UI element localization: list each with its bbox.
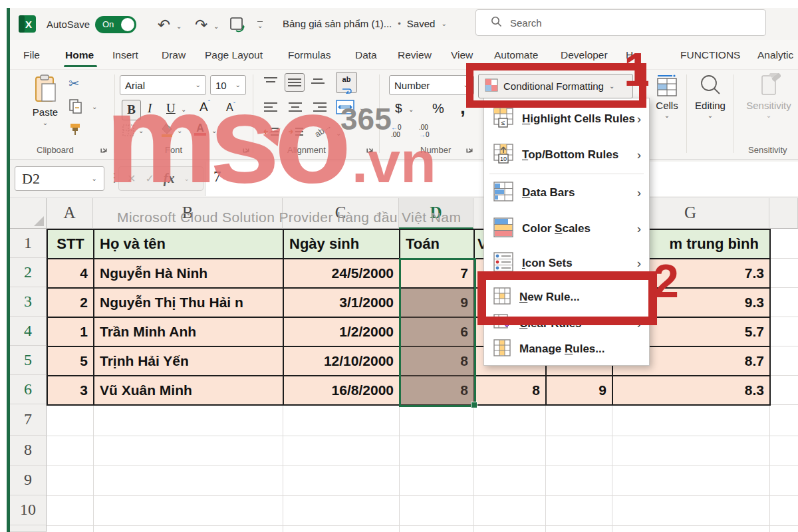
cell-b5[interactable]: Trịnh Hải Yến [94,347,284,376]
font-dialog-launcher-icon[interactable] [242,145,251,154]
row-header-3[interactable]: 3 [10,287,47,317]
cell-f6[interactable]: 9 [547,376,613,406]
search-box[interactable]: Search [475,9,766,36]
orientation-chevron-icon[interactable]: ⌄ [336,130,341,137]
cells-button[interactable]: Cells ⌄ [648,73,686,119]
italic-button[interactable]: I [148,101,152,116]
tab-automate[interactable]: Automate [494,49,538,61]
decrease-font-icon[interactable]: Aˇ [226,102,235,114]
number-dialog-launcher-icon[interactable] [466,145,474,154]
tab-home[interactable]: Home [65,49,94,61]
decrease-decimal-icon[interactable]: .00 →0 [419,124,430,138]
column-header-a[interactable]: A [47,198,93,229]
undo-chevron-icon[interactable]: ⌄ [176,23,182,30]
fx-icon[interactable]: fx [164,171,175,186]
tab-view[interactable]: View [451,49,473,61]
underline-button[interactable]: U [166,101,176,116]
cell-a3[interactable]: 2 [48,289,94,318]
row-header-5[interactable]: 5 [10,346,47,375]
name-box[interactable]: D2 ⌄ [15,166,104,191]
tab-file[interactable]: File [23,49,40,61]
font-name-select[interactable]: Arial⌄ [120,75,206,95]
accounting-chevron-icon[interactable]: ⌄ [408,106,414,113]
cell-c4[interactable]: 1/2/2000 [284,318,400,347]
copy-icon[interactable] [68,98,83,117]
row-header-6[interactable]: 6 [10,375,47,404]
row-header-9[interactable]: 9 [10,466,47,495]
menu-item-top-bottom-rules[interactable]: 10 Top/Bottom Rules › [484,137,649,173]
cell-a2[interactable]: 4 [48,259,94,289]
merge-chevron-icon[interactable]: ⌄ [359,105,364,112]
cell-b2[interactable]: Nguyễn Hà Ninh [94,259,284,289]
tab-functions[interactable]: FUNCTIONS [680,49,740,61]
increase-font-icon[interactable]: Aˆ [200,100,210,114]
cell-g6[interactable]: 8.3 [613,376,771,406]
borders-chevron-icon[interactable]: ⌄ [138,128,144,134]
bottom-align-icon[interactable] [310,76,326,90]
align-left-icon[interactable] [263,101,279,116]
tab-analytics[interactable]: Analytic [757,49,793,61]
cell-a5[interactable]: 5 [48,347,94,376]
header-cell-toan[interactable]: Toán [400,230,475,259]
tab-formulas[interactable]: Formulas [288,49,331,61]
column-header-b[interactable]: B [93,198,283,229]
column-header-h[interactable] [769,198,798,229]
undo-icon[interactable]: ↶ [158,16,170,34]
borders-icon[interactable] [122,124,135,140]
save-icon[interactable] [229,17,245,35]
align-center-icon[interactable] [287,101,303,116]
bold-button[interactable]: B [122,100,141,120]
cell-b3[interactable]: Nguyễn Thị Thu Hải n [94,289,284,318]
tab-page-layout[interactable]: Page Layout [205,49,263,61]
cut-icon[interactable]: ✂ [68,76,79,91]
clipboard-dialog-launcher-icon[interactable] [100,145,108,154]
header-cell-dob[interactable]: Ngày sinh [284,230,400,259]
cancel-icon[interactable]: ✕ [127,172,136,185]
align-right-icon[interactable] [312,101,328,116]
cell-a6[interactable]: 3 [48,376,94,406]
header-cell-name[interactable]: Họ và tên [94,230,284,259]
redo-chevron-icon[interactable]: ⌄ [213,23,219,30]
row-header-8[interactable]: 8 [10,436,47,466]
font-color-chevron-icon[interactable]: ⌄ [211,128,217,134]
menu-item-data-bars[interactable]: Data Bars › [484,175,649,211]
cell-b4[interactable]: Trần Minh Anh [94,318,284,347]
tab-insert[interactable]: Insert [112,49,138,61]
fill-color-chevron-icon[interactable]: ⌄ [177,128,182,134]
top-align-icon[interactable] [263,76,279,90]
enter-icon[interactable]: ✓ [145,172,154,185]
percent-style-icon[interactable]: % [432,101,444,116]
editing-button[interactable]: Editing ⌄ [690,73,730,119]
row-header-7[interactable]: 7 [10,404,47,436]
cell-b6[interactable]: Vũ Xuân Minh [94,376,284,406]
fill-color-icon[interactable] [160,122,174,140]
cell-c3[interactable]: 3/1/2000 [284,289,400,318]
title-chevron-icon[interactable]: ⌄ [441,21,446,27]
excel-app-icon[interactable]: X [19,15,36,35]
cell-a4[interactable]: 1 [48,318,94,347]
row-header-2[interactable]: 2 [10,258,47,287]
autosave-toggle[interactable]: On [95,16,136,33]
redo-icon[interactable]: ↷ [195,16,207,34]
column-header-d[interactable]: D [399,198,473,229]
tab-draw[interactable]: Draw [162,49,186,61]
accounting-format-icon[interactable]: $ [395,101,402,116]
header-cell-stt[interactable]: STT [48,230,94,259]
fill-handle[interactable] [471,402,477,408]
tab-review[interactable]: Review [398,49,432,61]
cell-c5[interactable]: 12/10/2000 [284,347,400,376]
format-painter-icon[interactable] [68,122,83,140]
copy-chevron-icon[interactable]: ⌄ [92,104,97,110]
cell-e6[interactable]: 8 [475,376,547,406]
increase-decimal-icon[interactable]: ←←00 .00 [391,124,402,138]
comma-style-icon[interactable]: , [460,97,466,118]
row-header-4[interactable]: 4 [10,317,47,346]
middle-align-button[interactable] [285,73,305,92]
font-size-select[interactable]: 10⌄ [210,75,246,95]
select-all-corner[interactable] [10,198,47,229]
menu-item-manage-rules[interactable]: Manage Rules... [484,336,649,362]
underline-chevron-icon[interactable]: ⌄ [181,106,186,113]
row-header-1[interactable]: 1 [10,229,47,258]
cell-c6[interactable]: 16/8/2000 [284,376,400,406]
decrease-indent-icon[interactable] [263,126,280,140]
